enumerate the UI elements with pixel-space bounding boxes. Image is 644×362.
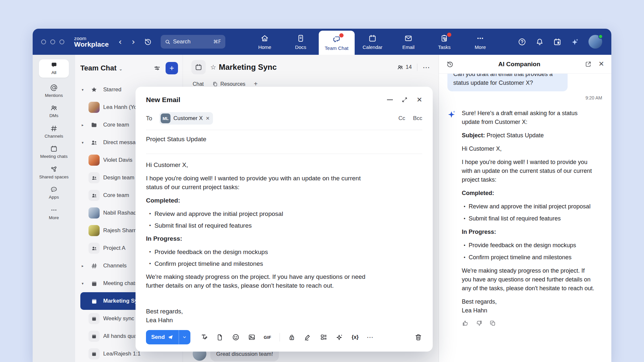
star-channel-icon[interactable]: ☆	[210, 63, 216, 71]
tab-chat[interactable]: Chat	[193, 81, 204, 87]
send-plane-icon	[168, 334, 173, 340]
ai-user-message: Can you draft an email that provides a s…	[447, 74, 568, 91]
rail-item-all[interactable]: All	[39, 59, 69, 78]
nav-home-label: Home	[258, 44, 271, 50]
rail-item-shared-spaces[interactable]: Shared spaces	[39, 165, 69, 180]
rail-item-more[interactable]: More	[49, 206, 59, 220]
thumbs-down-icon[interactable]	[475, 320, 483, 327]
copy-icon[interactable]	[489, 320, 496, 327]
window-minimize-button[interactable]	[50, 39, 55, 44]
back-icon[interactable]: ‹	[119, 38, 122, 46]
logo-workplace: Workplace	[74, 41, 109, 48]
tab-resources[interactable]: Resources	[212, 81, 245, 87]
recipient-name: Customer X	[173, 115, 203, 122]
nav-more[interactable]: More	[462, 29, 498, 55]
new-chat-plus-button[interactable]: +	[166, 62, 178, 74]
nav-calendar[interactable]: Calendar	[355, 29, 391, 55]
send-label: Send	[151, 334, 165, 340]
nav-email[interactable]: Email	[391, 29, 427, 55]
rail-item-dms[interactable]: DMs	[49, 104, 58, 118]
rail-channels-label: Channels	[44, 134, 63, 139]
nav-docs[interactable]: Docs	[283, 29, 319, 55]
sidebar-title[interactable]: Team Chat⌄	[80, 64, 123, 72]
caret-down-icon[interactable]: ▾	[80, 281, 85, 286]
code-variable-icon[interactable]: {x}	[352, 334, 359, 340]
help-icon[interactable]	[518, 38, 526, 46]
nav-home[interactable]: Home	[247, 29, 283, 55]
ai-panel-header: AI Companion ✕	[439, 55, 611, 74]
channel-header: ☆ Marketing Sync 14 ⋯	[183, 55, 439, 74]
nav-calendar-label: Calendar	[362, 44, 382, 50]
send-button[interactable]: Send	[146, 330, 190, 344]
ai-compose-sparkle-icon[interactable]	[336, 333, 344, 341]
attach-file-icon[interactable]	[216, 334, 224, 341]
tasks-badge	[447, 33, 451, 37]
window-maximize-button[interactable]	[59, 39, 64, 44]
calendar-icon	[368, 34, 377, 43]
rail-item-channels[interactable]: Channels	[44, 125, 63, 139]
sidebar-item-label: Design team	[103, 174, 134, 181]
caret-down-icon[interactable]: ▾	[80, 88, 85, 92]
rail-apps-label: Apps	[49, 195, 59, 200]
send-options-chevron-icon[interactable]	[179, 330, 190, 344]
email-toolbar: Send	[146, 330, 422, 344]
caret-right-icon[interactable]: ▸	[80, 264, 85, 268]
people-icon	[89, 137, 100, 148]
search-placeholder: Search	[173, 38, 191, 45]
recents-history-icon[interactable]	[144, 38, 152, 46]
calendar-filled-icon	[89, 295, 100, 307]
rail-item-meeting-chats[interactable]: Meeting chats	[40, 145, 68, 159]
rail-item-mentions[interactable]: Mentions	[45, 84, 63, 98]
toolbar-more-icon[interactable]: ⋯	[367, 333, 374, 341]
channel-more-icon[interactable]: ⋯	[423, 63, 430, 71]
gif-icon[interactable]: GIF	[264, 335, 271, 340]
rail-dms-label: DMs	[49, 113, 58, 118]
signature-pen-icon[interactable]	[304, 333, 312, 341]
bcc-button[interactable]: Bcc	[413, 115, 422, 122]
bullet: •	[464, 214, 465, 223]
notifications-bell-icon[interactable]	[535, 38, 544, 46]
rail-mentions-label: Mentions	[45, 93, 63, 98]
encrypt-lock-icon[interactable]: E	[288, 334, 296, 341]
minimize-icon[interactable]	[387, 99, 393, 100]
template-icon[interactable]	[320, 333, 328, 341]
nav-tasks[interactable]: Tasks	[427, 29, 462, 55]
expand-icon[interactable]	[401, 97, 408, 103]
email-body-editor[interactable]: Hi Customer X, I hope you're doing well!…	[146, 154, 378, 324]
ai-history-icon[interactable]	[446, 60, 454, 68]
history-nav: ‹ ›	[119, 38, 135, 46]
ai-close-icon[interactable]: ✕	[598, 61, 604, 68]
remove-recipient-icon[interactable]: ✕	[206, 115, 210, 121]
group-icon	[89, 172, 100, 183]
search-input[interactable]: Search ⌘F	[161, 35, 225, 49]
insert-image-icon[interactable]	[248, 333, 256, 341]
member-count[interactable]: 14	[397, 64, 412, 71]
nav-team-chat[interactable]: Team Chat	[319, 31, 355, 55]
recipient-chip[interactable]: ML Customer X ✕	[159, 112, 213, 125]
cc-button[interactable]: Cc	[398, 115, 405, 122]
format-text-icon[interactable]	[200, 333, 208, 341]
caret-right-icon[interactable]: ▸	[80, 123, 85, 127]
forward-icon[interactable]: ›	[132, 38, 135, 46]
logo-zoom: zoom	[74, 36, 109, 41]
upcoming-calendar-icon[interactable]	[553, 38, 562, 46]
subject-input[interactable]: Project Status Update	[146, 130, 422, 148]
member-count-value: 14	[406, 64, 412, 70]
calendar-filled-icon	[89, 331, 100, 342]
shared-spaces-icon	[50, 165, 58, 173]
channel-tabs: Chat Resources +	[183, 74, 439, 88]
caret-down-icon[interactable]: ▾	[80, 141, 85, 145]
ai-open-in-new-icon[interactable]	[585, 61, 592, 68]
rail-item-apps[interactable]: Apps	[49, 186, 59, 200]
close-icon[interactable]: ✕	[416, 97, 422, 103]
filter-icon[interactable]	[153, 64, 161, 72]
top-right-actions	[518, 35, 602, 49]
window-close-button[interactable]	[41, 39, 46, 44]
ai-companion-sparkle-icon[interactable]	[571, 37, 580, 46]
bullet: •	[464, 202, 465, 211]
profile-avatar[interactable]	[588, 35, 602, 49]
discard-trash-icon[interactable]	[414, 333, 422, 341]
emoji-icon[interactable]	[232, 333, 240, 341]
top-bar: zoom Workplace ‹ › Search ⌘F	[33, 29, 611, 55]
thumbs-up-icon[interactable]	[462, 320, 469, 327]
